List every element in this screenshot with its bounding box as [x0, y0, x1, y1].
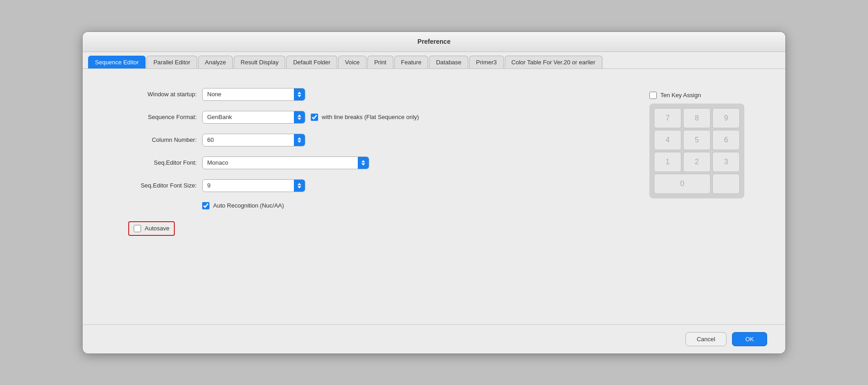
- ten-key-panel: Ten Key Assign 7 8 9 4 5 6 1 2 3 0: [649, 92, 744, 198]
- seq-editor-font-size-label: Seq.Editor Font Size:: [115, 182, 197, 189]
- seq-editor-font-select-wrapper[interactable]: Monaco: [202, 156, 369, 169]
- seq-editor-font-size-select-arrow: [294, 180, 305, 192]
- window-title: Preference: [418, 38, 450, 45]
- column-number-select-wrapper[interactable]: 60: [202, 134, 305, 146]
- tab-feature[interactable]: Feature: [394, 56, 429, 68]
- ok-button[interactable]: OK: [732, 332, 767, 346]
- seq-editor-font-label: Seq.Editor Font:: [115, 159, 197, 166]
- tab-print[interactable]: Print: [367, 56, 393, 68]
- key-2: 2: [683, 152, 711, 172]
- key-4: 4: [654, 130, 681, 150]
- key-3: 3: [712, 152, 740, 172]
- autosave-wrapper: Autosave: [128, 221, 175, 236]
- tab-result-display[interactable]: Result Display: [234, 56, 285, 68]
- tab-analyze[interactable]: Analyze: [198, 56, 233, 68]
- window-startup-label: Window at startup:: [115, 91, 197, 98]
- tab-voice[interactable]: Voice: [338, 56, 366, 68]
- column-number-row: Column Number: 60: [115, 134, 461, 146]
- tabs-bar: Sequence Editor Parallel Editor Analyze …: [83, 52, 785, 69]
- window-startup-select[interactable]: None: [203, 88, 294, 100]
- content-area: Window at startup: None Sequence Format:: [83, 69, 785, 324]
- key-1: 1: [654, 152, 681, 172]
- tab-database[interactable]: Database: [429, 56, 468, 68]
- arrow-down-icon: [298, 140, 301, 143]
- key-0: 0: [654, 174, 711, 194]
- arrow-down-icon: [298, 95, 301, 97]
- tab-parallel-editor[interactable]: Parallel Editor: [146, 56, 197, 68]
- seq-editor-font-size-select[interactable]: 9: [203, 180, 294, 192]
- sequence-format-select[interactable]: GenBank: [203, 111, 294, 123]
- tab-primer3[interactable]: Primer3: [469, 56, 504, 68]
- line-breaks-checkbox[interactable]: [311, 114, 318, 121]
- key-empty: [712, 174, 740, 194]
- autosave-label: Autosave: [145, 225, 169, 232]
- ten-key-checkbox[interactable]: [649, 92, 657, 99]
- ten-key-header: Ten Key Assign: [649, 92, 744, 99]
- auto-recognition-row: Auto Recognition (Nuc/AA): [115, 202, 461, 209]
- window-startup-row: Window at startup: None: [115, 88, 461, 101]
- auto-recognition-checkbox-row: Auto Recognition (Nuc/AA): [202, 202, 284, 209]
- column-number-select[interactable]: 60: [203, 134, 294, 146]
- sequence-format-select-wrapper[interactable]: GenBank: [202, 111, 305, 124]
- arrow-down-icon: [298, 118, 301, 120]
- key-6: 6: [712, 130, 740, 150]
- seq-editor-font-size-select-wrapper[interactable]: 9: [202, 179, 305, 192]
- ten-key-label: Ten Key Assign: [660, 92, 701, 99]
- arrow-up-icon: [298, 137, 301, 140]
- tab-sequence-editor[interactable]: Sequence Editor: [88, 56, 146, 68]
- key-8: 8: [683, 108, 711, 128]
- arrow-up-icon: [298, 92, 301, 94]
- auto-recognition-label: Auto Recognition (Nuc/AA): [213, 202, 284, 209]
- arrow-up-icon: [361, 160, 365, 162]
- line-breaks-row: with line breaks (Flat Sequence only): [311, 114, 419, 121]
- title-bar: Preference: [83, 32, 785, 52]
- arrow-down-icon: [298, 186, 301, 188]
- seq-editor-font-select-arrow: [358, 157, 369, 169]
- tab-color-table[interactable]: Color Table For Ver.20 or earlier: [505, 56, 602, 68]
- auto-recognition-checkbox[interactable]: [202, 202, 209, 209]
- window-startup-select-arrow: [294, 88, 305, 100]
- autosave-checkbox[interactable]: [134, 225, 141, 232]
- sequence-format-select-arrow: [294, 111, 305, 123]
- sequence-format-label: Sequence Format:: [115, 114, 197, 120]
- arrow-down-icon: [361, 163, 365, 166]
- seq-editor-font-size-row: Seq.Editor Font Size: 9: [115, 179, 461, 192]
- key-9: 9: [712, 108, 740, 128]
- cancel-button[interactable]: Cancel: [685, 332, 727, 346]
- key-5: 5: [683, 130, 711, 150]
- arrow-up-icon: [298, 183, 301, 185]
- seq-editor-font-select[interactable]: Monaco: [203, 157, 358, 169]
- column-number-select-arrow: [294, 134, 305, 146]
- sequence-format-row: Sequence Format: GenBank with line break…: [115, 111, 461, 124]
- ten-key-grid: 7 8 9 4 5 6 1 2 3 0: [649, 104, 744, 198]
- key-7: 7: [654, 108, 681, 128]
- arrow-up-icon: [298, 114, 301, 117]
- window-startup-select-wrapper[interactable]: None: [202, 88, 305, 101]
- seq-editor-font-row: Seq.Editor Font: Monaco: [115, 156, 461, 169]
- tab-default-folder[interactable]: Default Folder: [286, 56, 337, 68]
- line-breaks-label: with line breaks (Flat Sequence only): [322, 114, 419, 120]
- preference-window: Preference Sequence Editor Parallel Edit…: [83, 32, 785, 354]
- form-grid: Window at startup: None Sequence Format:: [115, 88, 461, 209]
- column-number-label: Column Number:: [115, 136, 197, 143]
- footer-buttons: Cancel OK: [83, 324, 785, 354]
